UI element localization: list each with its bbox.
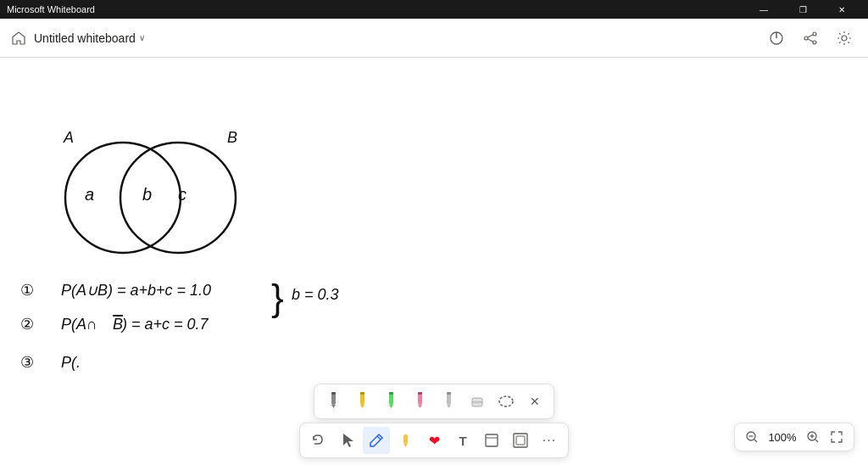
close-button[interactable]: ✕ [822,0,861,19]
svg-text:①: ① [20,282,34,299]
reaction-button[interactable]: ❤ [420,427,448,454]
svg-line-6 [808,39,813,42]
svg-rect-37 [418,392,422,395]
frame-button[interactable] [507,427,534,454]
home-icon[interactable] [10,30,27,47]
sticky-note-button[interactable] [478,427,505,454]
svg-rect-34 [389,392,393,395]
svg-rect-50 [516,436,525,445]
svg-text:b: b [142,185,152,204]
zoom-in-button[interactable] [803,427,823,447]
settings-icon[interactable] [831,25,858,52]
select-button[interactable] [334,427,361,454]
svg-rect-31 [360,392,364,395]
appbar-left: Untitled whiteboard ∨ [10,30,145,47]
maximize-button[interactable]: ❐ [783,0,822,19]
svg-text:③: ③ [20,354,34,371]
undo-button[interactable] [305,427,332,454]
svg-text:P(A∩: P(A∩ [61,316,97,333]
lasso-button[interactable] [492,388,520,415]
canvas-area[interactable]: A B a b c ① P(A∪B) = a+b+c = 1.0 } b = 0… [0,58,868,465]
gray-pen-button[interactable] [320,388,347,415]
svg-text:②: ② [20,316,34,333]
svg-point-2 [813,32,816,36]
svg-line-55 [815,440,818,442]
svg-marker-30 [360,405,364,408]
svg-line-5 [808,35,813,37]
svg-text:) = a+c = 0.7: ) = a+c = 0.7 [120,316,209,333]
pen-color-toolbar: ✕ [314,384,554,419]
minimize-button[interactable]: — [744,0,783,19]
more-tools-button[interactable]: ··· [536,427,563,454]
zoom-bar: 100% [734,423,854,451]
titlebar-title: Microsoft Whiteboard [7,4,95,14]
appbar-right [763,25,858,52]
svg-point-10 [65,143,181,253]
svg-text:}: } [271,277,284,318]
svg-rect-40 [447,392,451,395]
teal-pen-button[interactable] [435,388,462,415]
svg-marker-36 [418,405,422,408]
chevron-down-icon: ∨ [139,33,145,42]
svg-marker-39 [447,405,451,408]
fit-to-screen-button[interactable] [826,427,847,447]
svg-point-4 [813,41,816,44]
svg-rect-28 [331,392,336,395]
svg-text:B: B [227,129,237,146]
pen-tool-button[interactable] [363,427,390,454]
svg-point-7 [842,36,847,41]
board-title[interactable]: Untitled whiteboard ∨ [34,31,145,45]
svg-text:b = 0.3: b = 0.3 [292,286,339,303]
svg-point-3 [804,36,808,40]
appbar: Untitled whiteboard ∨ [0,19,868,58]
svg-line-52 [754,440,757,442]
svg-marker-27 [331,405,336,408]
titlebar: Microsoft Whiteboard — ❐ ✕ [0,0,868,19]
board-title-text: Untitled whiteboard [34,31,136,45]
share-icon[interactable] [797,25,824,52]
eraser-button[interactable] [464,388,491,415]
svg-marker-33 [389,405,393,408]
main-toolbar: ❤ T ··· [299,423,569,458]
zoom-level: 100% [765,431,799,444]
highlighter-button[interactable] [392,427,419,454]
text-button[interactable]: T [449,427,476,454]
svg-text:A: A [63,129,74,146]
yellow-pen-button[interactable] [348,388,376,415]
titlebar-controls: — ❐ ✕ [744,0,861,19]
green-pen-button[interactable] [377,388,404,415]
svg-rect-47 [486,434,498,446]
toolbar-close-button[interactable]: ✕ [521,388,548,415]
svg-text:P(.: P(. [61,354,81,371]
svg-point-43 [499,396,513,406]
power-icon[interactable] [763,25,790,52]
svg-text:c: c [178,185,186,204]
svg-rect-45 [403,434,408,444]
pink-pen-button[interactable] [406,388,433,415]
svg-text:P(A∪B) = a+b+c = 1.0: P(A∪B) = a+b+c = 1.0 [61,282,211,299]
svg-text:a: a [85,185,94,204]
svg-marker-46 [403,444,408,447]
zoom-out-button[interactable] [742,427,762,447]
